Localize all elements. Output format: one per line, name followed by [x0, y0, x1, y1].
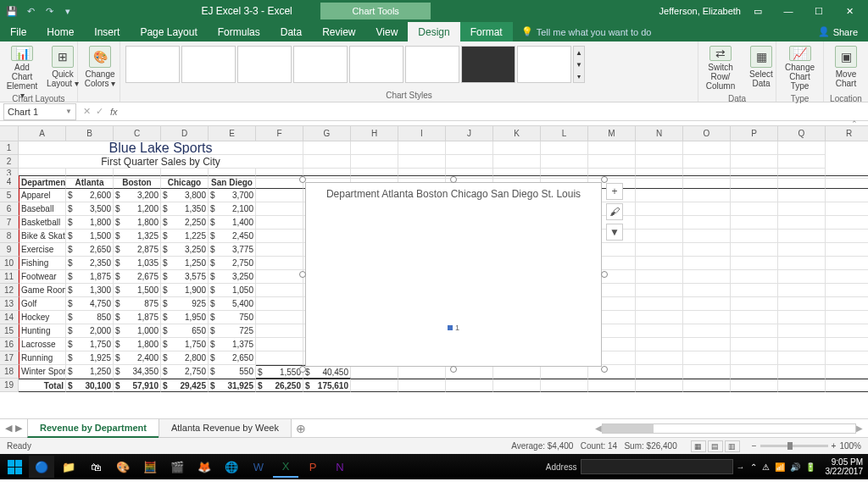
next-sheet-icon[interactable]: ▶ [15, 423, 22, 434]
tray-icon[interactable]: ⌃ [750, 462, 757, 472]
close-icon[interactable]: ✕ [837, 3, 861, 19]
resize-handle[interactable] [450, 366, 457, 373]
share-button[interactable]: 👤 Share [808, 22, 868, 42]
formula-bar[interactable] [123, 104, 868, 119]
maximize-icon[interactable]: ☐ [807, 3, 831, 19]
sheet-tab[interactable]: Atlanta Revenue by Week [159, 419, 292, 438]
table-row[interactable]: Game Room [19, 284, 66, 297]
tab-formulas[interactable]: Formulas [208, 22, 270, 42]
chart-styles-button[interactable]: 🖌 [606, 203, 623, 220]
tab-home[interactable]: Home [36, 22, 84, 42]
chart-filters-button[interactable]: ▼ [606, 224, 623, 241]
resize-handle[interactable] [299, 176, 306, 183]
sheet-subtitle[interactable]: First Quarter Sales by City [19, 155, 303, 169]
taskbar-app[interactable]: 🎨 [110, 456, 136, 478]
gallery-scroll[interactable]: ▲▼▾ [573, 46, 585, 83]
resize-handle[interactable] [299, 366, 306, 373]
table-row[interactable]: Running [19, 351, 66, 365]
table-row[interactable]: Basketball [19, 216, 66, 230]
table-row[interactable]: Hunting [19, 324, 66, 338]
chart-style-thumb[interactable] [293, 46, 348, 83]
quick-layout-button[interactable]: ⊞Quick Layout ▾ [44, 44, 81, 91]
zoom-slider[interactable] [760, 445, 828, 447]
taskbar-excel-icon[interactable]: X [273, 456, 298, 478]
tab-view[interactable]: View [366, 22, 409, 42]
chevron-down-icon[interactable]: ▼ [65, 108, 72, 115]
chart-style-thumb[interactable] [237, 46, 292, 83]
taskbar-app[interactable]: 🧮 [137, 456, 163, 478]
redo-icon[interactable]: ↷ [42, 4, 56, 18]
table-row[interactable]: Baseball [19, 202, 66, 216]
account-name[interactable]: Jefferson, Elizabeth [659, 6, 746, 16]
resize-handle[interactable] [299, 271, 306, 278]
table-row[interactable]: Fishing [19, 257, 66, 270]
change-chart-type-button[interactable]: 📈Change Chart Type [780, 44, 820, 91]
resize-handle[interactable] [601, 176, 608, 183]
taskbar-onenote-icon[interactable]: N [327, 456, 353, 478]
tab-review[interactable]: Review [312, 22, 365, 42]
tab-data[interactable]: Data [270, 22, 312, 42]
address-input[interactable] [581, 459, 733, 474]
ribbon-options-icon[interactable]: ▭ [746, 3, 770, 19]
resize-handle[interactable] [601, 271, 608, 278]
add-sheet-button[interactable]: ⊕ [291, 422, 311, 435]
select-all[interactable] [0, 126, 19, 141]
worksheet[interactable]: ABCDEFGHIJKLMNOPQR 1Blue Lake Sports 2Fi… [0, 126, 868, 418]
chart-style-thumb[interactable] [125, 46, 180, 83]
taskbar-app[interactable]: 🎬 [164, 456, 190, 478]
fx-icon[interactable]: fx [110, 107, 123, 117]
change-colors-button[interactable]: 🎨Change Colors ▾ [81, 44, 119, 91]
taskbar-app[interactable]: 🔵 [29, 456, 54, 478]
chart-styles-gallery[interactable]: ▲▼▾ [124, 44, 587, 85]
save-icon[interactable]: 💾 [5, 4, 19, 18]
column-headers[interactable]: ABCDEFGHIJKLMNOPQR [0, 126, 868, 141]
table-row[interactable]: Lacrosse [19, 338, 66, 351]
tab-page-layout[interactable]: Page Layout [130, 22, 207, 42]
enter-icon[interactable]: ✓ [96, 106, 103, 117]
address-go-icon[interactable]: → [737, 462, 745, 472]
taskbar-app[interactable]: 🦊 [192, 456, 217, 478]
table-row[interactable]: Golf [19, 297, 66, 311]
move-chart-button[interactable]: ▣Move Chart [827, 44, 865, 91]
taskbar-word-icon[interactable]: W [246, 456, 271, 478]
table-row[interactable]: Bike & Skate [19, 230, 66, 243]
minimize-icon[interactable]: — [776, 3, 800, 19]
sheet-tab-active[interactable]: Revenue by Department [27, 419, 159, 438]
chart-object[interactable]: Department Atlanta Boston Chicago San Di… [305, 182, 602, 367]
tab-file[interactable]: File [0, 22, 36, 42]
zoom-in-icon[interactable]: + [832, 441, 837, 451]
view-page-break-icon[interactable]: ▥ [725, 440, 740, 452]
tab-insert[interactable]: Insert [84, 22, 130, 42]
tell-me[interactable]: 💡 Tell me what you want to do [513, 22, 808, 42]
table-row[interactable]: Hockey [19, 311, 66, 324]
start-button[interactable] [0, 454, 29, 479]
select-data-button[interactable]: ▦Select Data [743, 44, 780, 91]
horizontal-scrollbar[interactable]: ◀▶ [311, 423, 868, 434]
clock[interactable]: 9:05 PM 3/22/2017 [821, 457, 869, 476]
tray-icon[interactable]: 🔊 [790, 462, 800, 472]
tab-design[interactable]: Design [408, 22, 459, 42]
view-normal-icon[interactable]: ▦ [691, 440, 706, 452]
add-chart-element-button[interactable]: 📊Add Chart Element ▾ [3, 44, 41, 91]
undo-icon[interactable]: ↶ [24, 4, 37, 18]
resize-handle[interactable] [601, 366, 608, 373]
resize-handle[interactable] [450, 176, 457, 183]
taskbar-app[interactable]: 🛍 [83, 456, 108, 478]
taskbar-powerpoint-icon[interactable]: P [300, 456, 326, 478]
name-box[interactable]: Chart 1▼ [3, 103, 76, 120]
chart-style-thumb[interactable] [349, 46, 403, 83]
sheet-title[interactable]: Blue Lake Sports [19, 141, 303, 155]
tray-icon[interactable]: 📶 [775, 462, 785, 472]
table-row[interactable]: Exercise [19, 243, 66, 257]
tab-format[interactable]: Format [460, 22, 513, 42]
zoom-out-icon[interactable]: − [752, 441, 757, 451]
chart-style-thumb[interactable] [461, 46, 515, 83]
switch-row-col-button[interactable]: ⇄Switch Row/ Column [702, 44, 739, 91]
zoom-level[interactable]: 100% [839, 441, 861, 451]
chart-style-thumb[interactable] [405, 46, 459, 83]
prev-sheet-icon[interactable]: ◀ [5, 423, 12, 434]
qat-more-icon[interactable]: ▾ [61, 4, 75, 18]
tray-icon[interactable]: ⚠ [762, 462, 770, 472]
taskbar-app[interactable]: 🌐 [219, 456, 244, 478]
view-page-layout-icon[interactable]: ▤ [708, 440, 723, 452]
